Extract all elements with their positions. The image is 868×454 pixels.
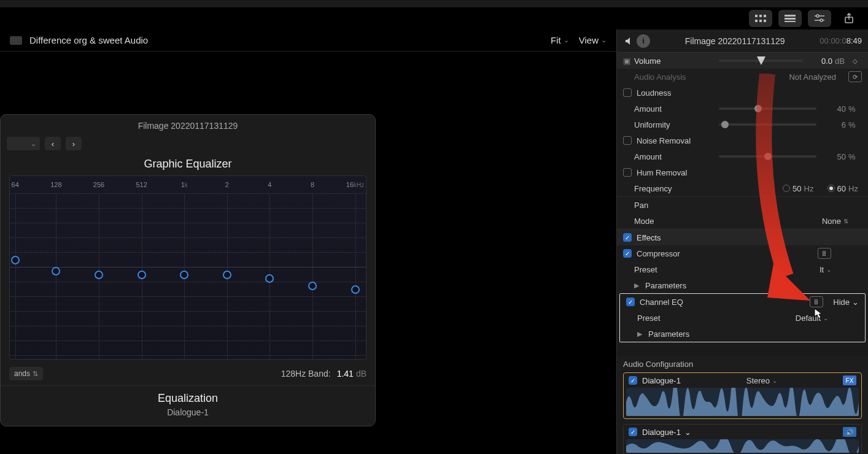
hum-freq-row: Frequency 50 Hz 60 Hz [617,180,868,196]
lane-checkbox[interactable]: ✓ [629,428,637,436]
updown-icon: ⇅ [843,218,848,225]
app-menubar [0,0,868,7]
volume-header: ▣ Volume 0.0 dB ◇ [617,53,868,69]
svg-rect-6 [785,15,796,17]
hum-50hz-radio[interactable] [783,185,790,192]
audio-analysis-value: Not Analyzed [789,72,836,82]
fx-badge[interactable]: FX [843,375,856,385]
svg-rect-1 [759,15,762,17]
viewer-titlebar: Difference org & sweet Audio Fit⌄ View⌄ [0,29,616,52]
eq-band-value[interactable]: 1.41 [337,369,354,379]
eq-band-handle[interactable] [265,274,274,283]
share-btn[interactable] [837,10,861,27]
grid-view-btn[interactable] [749,10,772,27]
speaker-icon[interactable]: 🔊 [843,427,856,437]
updown-icon: ⇅ [33,370,38,378]
volume-value[interactable]: 0.0 [808,56,832,66]
eq-footer-sub: Dialogue-1 [1,407,375,417]
eq-footer-title: Equalization [1,392,375,405]
eq-tick-label: 8 [311,181,314,188]
lane-name: Dialogue-1 [642,428,681,437]
pan-mode-select[interactable]: None ⇅ [822,217,848,226]
lane-checkbox[interactable]: ✓ [629,376,637,385]
eq-tick-label: 2 [225,181,229,188]
channel-eq-checkbox[interactable]: ✓ [626,298,635,306]
eq-band-handle[interactable] [180,271,188,279]
svg-rect-0 [755,15,758,17]
info-tab-icon[interactable]: i [637,34,650,48]
svg-rect-2 [764,15,766,17]
audio-tab-icon[interactable] [623,34,637,48]
sliders-view-btn[interactable] [808,10,831,27]
eq-band-handle[interactable] [95,271,103,279]
audio-lane[interactable]: ✓ Dialogue-1 ⌄ 🔊 [623,424,862,454]
eq-band-handle[interactable] [52,267,60,275]
effects-header[interactable]: ✓ Effects [617,229,868,245]
svg-rect-3 [755,20,758,22]
channel-eq-row[interactable]: ✓ Channel EQ 🎚 Hide ⌄ [620,294,865,310]
loudness-amount-row: Amount 40 % [617,101,868,117]
hum-removal-row[interactable]: Hum Removal [617,164,868,180]
noise-amount-slider[interactable] [719,155,816,158]
compressor-checkbox[interactable]: ✓ [623,249,632,258]
chevron-down-icon: ⌄ [772,377,777,384]
inspector-body[interactable]: ▣ Volume 0.0 dB ◇ Audio Analysis Not Ana… [617,53,868,454]
loudness-uniformity-value[interactable]: 6 [821,120,846,129]
inspector-duration: 00:00:08:49 [820,36,862,45]
chevron-down-icon: ⌄ [601,36,606,44]
loudness-row[interactable]: Loudness [617,85,868,101]
noise-removal-row[interactable]: Noise Removal [617,133,868,148]
chevron-down-icon: ⌄ [31,140,36,148]
bands-dropdown[interactable]: ands⇅ [9,367,43,380]
channel-eq-params-row[interactable]: ▶ Parameters [620,326,865,342]
eq-graph[interactable]: 641282565121k24816kHz [9,175,366,360]
eq-band-handle[interactable] [223,271,231,279]
list-view-btn[interactable] [778,10,802,27]
compressor-row[interactable]: ✓ Compressor 🎚 [617,245,868,261]
loudness-checkbox[interactable] [623,88,632,97]
channel-eq-group: ✓ Channel EQ 🎚 Hide ⌄ Preset Default ⌄ [619,293,866,342]
eq-band-handle[interactable] [308,282,317,290]
compressor-preset-row: Preset lt ⌄ [617,261,868,277]
hum-removal-checkbox[interactable] [623,168,632,177]
svg-rect-5 [764,20,766,22]
eq-prev-btn[interactable]: ‹ [45,137,61,150]
chevron-down-icon[interactable]: ⌄ [684,428,691,437]
disclosure-icon[interactable]: ▶ [637,330,646,338]
eq-band-handle[interactable] [11,256,20,264]
audio-configuration: Audio Configuration ✓ Dialogue-1 Stereo … [617,356,868,454]
eq-tick-label: 16kHz [346,181,364,188]
loudness-amount-slider[interactable] [719,107,816,110]
compressor-params-row[interactable]: ▶ Parameters [617,277,868,293]
channel-eq-hide-btn[interactable]: Hide ⌄ [833,298,859,307]
volume-slider[interactable] [719,60,803,62]
pan-header: Pan [617,197,868,213]
loudness-uniformity-slider[interactable] [719,123,816,126]
eq-window-footer: Equalization Dialogue-1 [1,385,375,426]
lane-mode-select[interactable]: Stereo ⌄ [746,376,777,385]
hum-60hz-radio[interactable] [827,185,835,192]
channel-eq-preset-select[interactable]: Default ⌄ [796,314,828,323]
zoom-fit-dropdown[interactable]: Fit⌄ [551,35,569,45]
channel-eq-ui-icon[interactable]: 🎚 [810,296,823,307]
eq-band-handle[interactable] [351,285,360,294]
eq-preset-dropdown[interactable]: ⌄ [7,137,40,150]
eq-band-label: 128Hz Band: [281,369,331,379]
chevron-down-icon: ⌄ [852,298,859,307]
disclosure-icon[interactable]: ▶ [634,282,643,290]
compressor-preset-select[interactable]: lt ⌄ [820,265,832,274]
noise-removal-checkbox[interactable] [623,136,632,145]
eq-band-handle[interactable] [138,271,146,279]
chevron-down-icon: ⌄ [826,266,831,273]
compressor-ui-icon[interactable]: 🎚 [818,248,831,259]
loudness-amount-value[interactable]: 40 [821,104,846,113]
analyze-icon[interactable]: ⟳ [848,71,862,82]
effects-checkbox[interactable]: ✓ [623,233,632,242]
eq-next-btn[interactable]: › [66,137,82,150]
noise-amount-value[interactable]: 50 [821,152,846,161]
view-dropdown[interactable]: View⌄ [579,35,606,45]
eq-plugin-title: Graphic Equalizer [1,154,375,172]
inspector-panel: i Filmage 20220117131129 00:00:08:49 ▣ V… [616,29,868,454]
audio-lane[interactable]: ✓ Dialogue-1 Stereo ⌄ FX [623,372,862,419]
keyframe-icon[interactable]: ◇ [848,55,862,66]
